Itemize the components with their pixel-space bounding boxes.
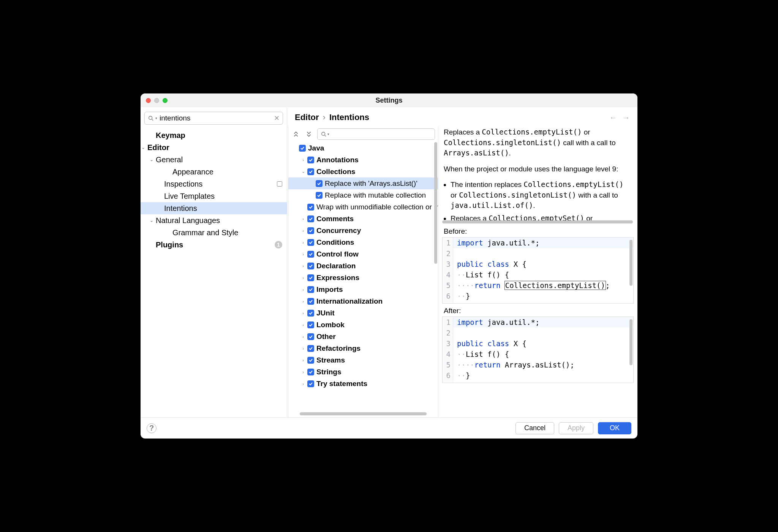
chevron-right-icon[interactable]: ›: [299, 358, 307, 363]
chevron-right-icon[interactable]: ›: [299, 217, 307, 221]
help-button[interactable]: ?: [147, 423, 157, 433]
code-text: [453, 328, 457, 338]
checkbox[interactable]: [307, 298, 314, 305]
nav-forward-icon[interactable]: →: [622, 113, 630, 122]
intentions-tree-row[interactable]: ›Internationalization: [288, 295, 438, 307]
intentions-tree-label: Lombok: [316, 321, 345, 329]
scrollbar-vertical[interactable]: [434, 142, 437, 264]
intentions-tree-label: Concurrency: [316, 226, 361, 235]
intentions-search-input[interactable]: [331, 130, 432, 138]
intentions-tree-row[interactable]: ›Try statements: [288, 378, 438, 390]
intentions-tree-row[interactable]: ›Lombok: [288, 319, 438, 331]
sidebar-item-natural-languages[interactable]: ⌄Natural Languages: [141, 214, 287, 226]
sidebar-item-plugins[interactable]: Plugins1: [141, 239, 287, 251]
expand-all-icon[interactable]: [291, 130, 300, 139]
chevron-right-icon[interactable]: ›: [299, 370, 307, 374]
checkbox[interactable]: [307, 345, 314, 352]
intentions-tree-row[interactable]: ›Imports: [288, 283, 438, 295]
intentions-tree-row[interactable]: ›Expressions: [288, 272, 438, 283]
apply-button[interactable]: Apply: [559, 422, 593, 434]
chevron-right-icon[interactable]: ›: [299, 346, 307, 351]
checkbox[interactable]: [307, 274, 314, 281]
intentions-tree-row[interactable]: ›Comments: [288, 213, 438, 225]
checkbox[interactable]: [307, 286, 314, 293]
code-text: ··List f() {: [453, 349, 509, 359]
chevron-right-icon[interactable]: ›: [299, 311, 307, 315]
intentions-tree-row[interactable]: ⌄Collections: [288, 166, 438, 177]
chevron-down-icon[interactable]: ⌄: [147, 218, 156, 223]
chevron-down-icon[interactable]: ⌄: [299, 169, 307, 174]
chevron-right-icon[interactable]: ›: [299, 158, 307, 162]
checkbox[interactable]: [307, 168, 314, 175]
chevron-right-icon[interactable]: ›: [299, 276, 307, 280]
checkbox[interactable]: [307, 251, 314, 258]
checkbox[interactable]: [307, 215, 314, 222]
scrollbar-vertical[interactable]: [629, 319, 633, 365]
intentions-tree-row[interactable]: ›Strings: [288, 366, 438, 378]
intentions-tree-row[interactable]: ›Annotations: [288, 154, 438, 166]
sidebar-item-keymap[interactable]: Keymap: [141, 129, 287, 141]
collapse-all-icon[interactable]: [304, 130, 313, 139]
checkbox[interactable]: [316, 180, 323, 187]
chevron-down-icon[interactable]: ⌄: [141, 145, 147, 150]
checkbox[interactable]: [299, 145, 306, 152]
chevron-right-icon[interactable]: ›: [299, 299, 307, 304]
intentions-tree-label: Replace with 'Arrays.asList()': [325, 179, 417, 188]
intentions-tree-row[interactable]: ›Other: [288, 331, 438, 342]
sidebar-item-live-templates[interactable]: Live Templates: [141, 190, 287, 202]
chevron-right-icon[interactable]: ›: [299, 228, 307, 233]
sidebar-item-intentions[interactable]: Intentions: [141, 202, 287, 214]
sidebar-search[interactable]: ▾ ✕: [144, 112, 283, 125]
intentions-search[interactable]: ▾: [317, 128, 435, 140]
chevron-right-icon[interactable]: ›: [299, 323, 307, 327]
search-dropdown-icon[interactable]: ▾: [155, 116, 157, 120]
chevron-down-icon[interactable]: ⌄: [147, 157, 156, 162]
chevron-right-icon[interactable]: ›: [299, 240, 307, 245]
sidebar-item-general[interactable]: ⌄General: [141, 154, 287, 166]
line-number: 2: [443, 248, 453, 259]
checkbox[interactable]: [307, 204, 314, 211]
intentions-tree-row[interactable]: ›Streams: [288, 354, 438, 366]
chevron-right-icon[interactable]: ›: [299, 264, 307, 268]
intentions-tree-row[interactable]: Wrap with unmodifiable collection or m: [288, 201, 438, 213]
checkbox[interactable]: [307, 263, 314, 269]
nav-back-icon[interactable]: ←: [609, 113, 617, 122]
search-dropdown-icon[interactable]: ▾: [327, 132, 329, 136]
chevron-right-icon[interactable]: ›: [299, 382, 307, 386]
checkbox[interactable]: [307, 333, 314, 340]
sidebar-item-appearance[interactable]: Appearance: [141, 166, 287, 178]
sidebar-item-grammar-and-style[interactable]: Grammar and Style: [141, 226, 287, 239]
checkbox[interactable]: [307, 227, 314, 234]
intentions-tree-row[interactable]: ›Declaration: [288, 260, 438, 272]
scrollbar-horizontal[interactable]: [288, 412, 438, 417]
intentions-tree-row[interactable]: ›Control flow: [288, 248, 438, 260]
intentions-tree-row[interactable]: ›Concurrency: [288, 225, 438, 236]
checkbox[interactable]: [307, 239, 314, 246]
checkbox[interactable]: [307, 321, 314, 328]
checkbox[interactable]: [307, 380, 314, 387]
clear-search-icon[interactable]: ✕: [274, 114, 280, 122]
chevron-right-icon[interactable]: ›: [299, 287, 307, 292]
scrollbar-vertical[interactable]: [629, 240, 633, 286]
sidebar-search-input[interactable]: [160, 114, 272, 122]
scrollbar-horizontal[interactable]: [442, 220, 633, 223]
checkbox[interactable]: [307, 310, 314, 317]
chevron-right-icon[interactable]: ›: [299, 334, 307, 339]
intentions-tree-row[interactable]: Replace with 'Arrays.asList()': [288, 177, 438, 189]
sidebar-item-inspections[interactable]: Inspections: [141, 178, 287, 190]
intentions-tree-row[interactable]: Replace with mutable collection: [288, 189, 438, 201]
chevron-right-icon[interactable]: ›: [299, 252, 307, 256]
intentions-tree-row[interactable]: ›JUnit: [288, 307, 438, 319]
checkbox[interactable]: [307, 157, 314, 163]
intentions-tree-row[interactable]: Java: [288, 142, 438, 154]
checkbox[interactable]: [307, 357, 314, 364]
intentions-tree-row[interactable]: ›Refactorings: [288, 342, 438, 354]
sidebar-item-editor[interactable]: ⌄Editor: [141, 141, 287, 154]
code-text: ··}: [453, 291, 470, 301]
cancel-button[interactable]: Cancel: [516, 422, 554, 434]
code-line: 2: [443, 328, 633, 338]
checkbox[interactable]: [307, 369, 314, 375]
ok-button[interactable]: OK: [598, 422, 631, 434]
checkbox[interactable]: [316, 192, 323, 199]
intentions-tree-row[interactable]: ›Conditions: [288, 236, 438, 248]
